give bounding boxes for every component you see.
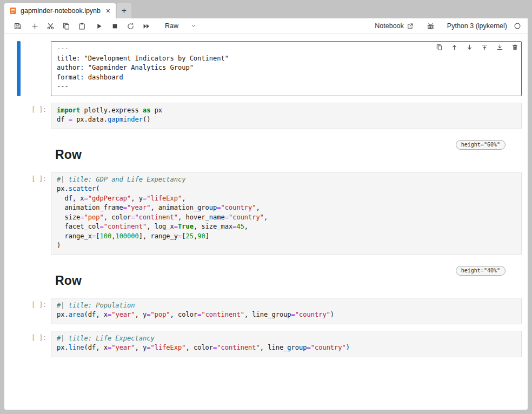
cell-code-imports[interactable]: [ ]: import plotly.express as pxdf = px.…: [4, 103, 528, 129]
restart-run-all-button[interactable]: [138, 19, 154, 32]
add-cell-button[interactable]: [27, 19, 43, 32]
code-cell-editor[interactable]: #| title: GDP and Life Expectancypx.scat…: [51, 172, 522, 255]
code-cell-code: #| title: Life Expectancypx.line(df, x="…: [57, 334, 517, 353]
cell-prompt: [ ]:: [21, 103, 51, 129]
external-link-icon: [407, 23, 414, 30]
cell-collapser[interactable]: [17, 331, 21, 357]
notebook-mode-label: Notebook: [375, 22, 404, 30]
notebook-file-icon: [9, 7, 17, 15]
code-cell-editor[interactable]: import plotly.express as pxdf = px.data.…: [51, 103, 522, 129]
insert-cell-below-icon[interactable]: [496, 43, 503, 51]
tab-gapminder-notebook[interactable]: gapminder-notebook.ipynb ×: [4, 3, 116, 18]
code-cell-editor[interactable]: #| title: Life Expectancypx.line(df, x="…: [51, 331, 522, 357]
restart-kernel-button[interactable]: [123, 19, 138, 32]
row-heading: Row: [55, 273, 522, 288]
duplicate-cell-icon[interactable]: [436, 43, 443, 51]
cell-raw-frontmatter[interactable]: ---title: "Development Indicators by Con…: [4, 41, 528, 96]
cell-prompt: [ ]:: [21, 298, 51, 324]
cell-collapser[interactable]: [17, 103, 21, 129]
notebook-toolbar: Raw Notebook: [4, 18, 528, 34]
markdown-rendered: Row height="60%": [51, 137, 522, 166]
cell-collapser[interactable]: [17, 41, 21, 96]
copy-cells-button[interactable]: [58, 19, 74, 32]
cell-collapser[interactable]: [17, 172, 21, 255]
raw-cell-editor[interactable]: ---title: "Development Indicators by Con…: [51, 41, 522, 96]
new-tab-button[interactable]: +: [117, 3, 131, 18]
cell-type-value: Raw: [165, 22, 178, 30]
cell-prompt-empty: [21, 137, 51, 166]
kernel-status-icon[interactable]: [514, 22, 521, 30]
code-cell-code: import plotly.express as pxdf = px.data.…: [57, 106, 517, 125]
height-attribute-badge: height="40%": [456, 266, 506, 276]
cell-collapser[interactable]: [17, 137, 21, 166]
move-cell-down-icon[interactable]: [466, 43, 473, 51]
chevron-down-icon: [190, 23, 197, 29]
toolbar-right-group: Notebook Python 3 (ipykernel): [375, 19, 521, 32]
raw-cell-code: ---title: "Development Indicators by Con…: [57, 44, 517, 92]
cell-prompt: [ ]:: [21, 331, 51, 357]
interrupt-kernel-button[interactable]: [107, 19, 123, 32]
code-cell-code: #| title: Populationpx.area(df, x="year"…: [57, 301, 517, 320]
cell-prompt-empty: [21, 263, 51, 292]
debugger-bug-icon[interactable]: [423, 19, 438, 32]
tab-title: gapminder-notebook.ipynb: [21, 7, 101, 15]
code-cell-code: #| title: GDP and Life Expectancypx.scat…: [57, 175, 517, 251]
cell-collapser[interactable]: [17, 298, 21, 324]
height-attribute-badge: height="60%": [456, 140, 506, 150]
cell-code-scatter[interactable]: [ ]: #| title: GDP and Life Expectancypx…: [4, 172, 528, 255]
cell-type-dropdown[interactable]: Raw: [162, 21, 200, 31]
cell-code-area[interactable]: [ ]: #| title: Populationpx.area(df, x="…: [4, 298, 528, 324]
row-heading: Row: [55, 148, 522, 162]
cell-collapser[interactable]: [17, 263, 21, 292]
scrollbar-track[interactable]: [522, 34, 522, 410]
code-cell-editor[interactable]: #| title: Populationpx.area(df, x="year"…: [51, 298, 522, 324]
tab-close-icon[interactable]: ×: [106, 7, 110, 15]
tab-bar: gapminder-notebook.ipynb × +: [4, 3, 528, 18]
markdown-rendered: Row height="40%": [51, 263, 522, 292]
cell-prompt-empty: [21, 41, 51, 96]
jupyterlab-window: Raw Notebook: [4, 18, 528, 410]
run-cell-button[interactable]: [91, 19, 107, 32]
save-button[interactable]: [10, 19, 25, 32]
notebook-content: ---title: "Development Indicators by Con…: [4, 34, 528, 410]
insert-cell-above-icon[interactable]: [481, 43, 488, 51]
cell-prompt: [ ]:: [21, 172, 51, 255]
move-cell-up-icon[interactable]: [451, 43, 458, 51]
cut-cells-button[interactable]: [43, 19, 58, 32]
paste-cells-button[interactable]: [74, 19, 90, 32]
cell-code-line[interactable]: [ ]: #| title: Life Expectancypx.line(df…: [4, 331, 528, 357]
markdown-cell-row-2[interactable]: Row height="40%": [4, 263, 528, 292]
kernel-name[interactable]: Python 3 (ipykernel): [447, 22, 507, 30]
notebook-mode-button[interactable]: Notebook: [375, 22, 414, 30]
delete-cell-icon[interactable]: [511, 43, 518, 51]
markdown-cell-row-1[interactable]: Row height="60%": [4, 137, 528, 166]
cell-toolbar: [436, 43, 518, 51]
